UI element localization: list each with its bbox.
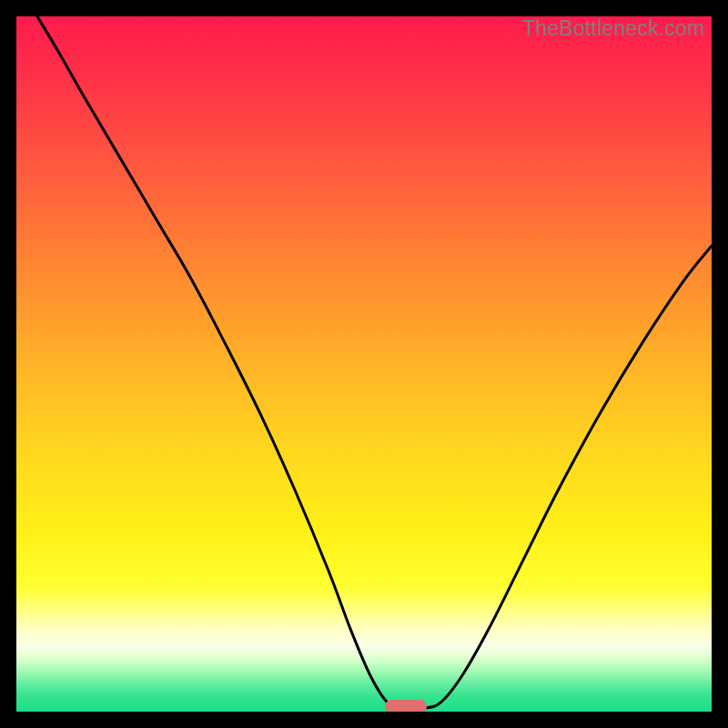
bottleneck-curve [16,16,712,712]
watermark-text: TheBottleneck.com [522,16,704,41]
chart-frame: TheBottleneck.com [0,0,728,728]
plot-area: TheBottleneck.com [16,16,712,712]
optimal-marker [385,700,427,712]
